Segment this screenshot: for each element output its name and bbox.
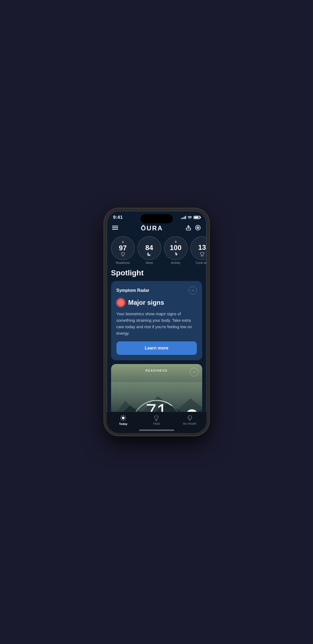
alert-level-label: Major signs (128, 299, 164, 306)
hamburger-icon[interactable] (112, 226, 118, 231)
readiness-crown-icon: ♛ (122, 240, 124, 244)
battery-icon (194, 216, 200, 219)
activity-crown-icon: ♛ (174, 240, 177, 244)
readiness-card-label: READINESS (145, 369, 167, 372)
metric-cycle[interactable]: 13 Cycle day (190, 236, 207, 264)
share-icon[interactable] (186, 225, 191, 232)
dynamic-island (140, 214, 173, 223)
activity-value: 100 (170, 244, 181, 251)
readiness-card-arrow[interactable]: → (190, 368, 198, 376)
learn-more-button[interactable]: Learn more (116, 341, 197, 355)
svg-line-23 (125, 420, 125, 420)
home-indicator (139, 430, 174, 431)
red-alert-dot (116, 298, 125, 307)
symptom-card-title: Symptom Radar (116, 288, 150, 293)
sleep-value: 84 (145, 244, 153, 251)
vitals-icon (153, 415, 159, 421)
readiness-value: 97 (119, 244, 127, 251)
activity-label: Activity (171, 261, 180, 264)
main-content: Spotlight Symptom Radar → Major signs Yo… (107, 269, 207, 436)
svg-point-6 (198, 227, 198, 228)
card-header: Symptom Radar → (116, 286, 197, 295)
svg-line-25 (125, 416, 125, 416)
metrics-scroll: ♛ 97 Readiness 84 Sleep ♛ 10 (107, 235, 207, 269)
my-health-nav-label: My Health (183, 422, 197, 425)
signal-icon (181, 216, 186, 219)
sleep-moon-icon (147, 252, 152, 256)
metric-readiness[interactable]: ♛ 97 Readiness (111, 236, 135, 264)
target-icon[interactable] (195, 225, 201, 232)
today-icon (120, 415, 126, 421)
metric-activity[interactable]: ♛ 100 Activity (164, 236, 188, 264)
header-right (186, 225, 201, 232)
metric-sleep[interactable]: 84 Sleep (137, 236, 161, 264)
readiness-label: Readiness (116, 261, 130, 264)
nav-today[interactable]: Today (107, 415, 140, 425)
symptom-radar-card[interactable]: Symptom Radar → Major signs Your biometr… (111, 281, 202, 360)
svg-line-22 (121, 416, 122, 416)
cycle-label: Cycle day (195, 261, 206, 264)
status-time: 9:41 (113, 215, 123, 220)
phone-frame: 9:41 (104, 208, 209, 436)
cycle-aries-icon (200, 251, 204, 256)
cycle-value: 13 (198, 244, 206, 251)
nav-my-health[interactable]: My Health (173, 415, 206, 425)
spotlight-title: Spotlight (111, 269, 202, 277)
svg-point-17 (122, 417, 125, 419)
today-nav-label: Today (119, 422, 128, 425)
nav-vitals[interactable]: Vitals (140, 415, 173, 425)
symptom-description: Your biometrics show major signs of some… (116, 311, 197, 337)
readiness-sub-icon (121, 252, 125, 256)
wifi-icon (188, 216, 192, 220)
my-health-icon (187, 415, 193, 421)
vitals-nav-label: Vitals (153, 422, 160, 425)
app-title: ŌURA (141, 224, 163, 232)
major-signs-row: Major signs (116, 298, 197, 307)
status-icons (181, 216, 200, 220)
svg-line-24 (121, 420, 122, 420)
sleep-label: Sleep (145, 261, 153, 264)
symptom-card-arrow[interactable]: → (189, 286, 197, 295)
activity-flame-icon (174, 252, 178, 257)
app-header: ŌURA (107, 222, 207, 235)
